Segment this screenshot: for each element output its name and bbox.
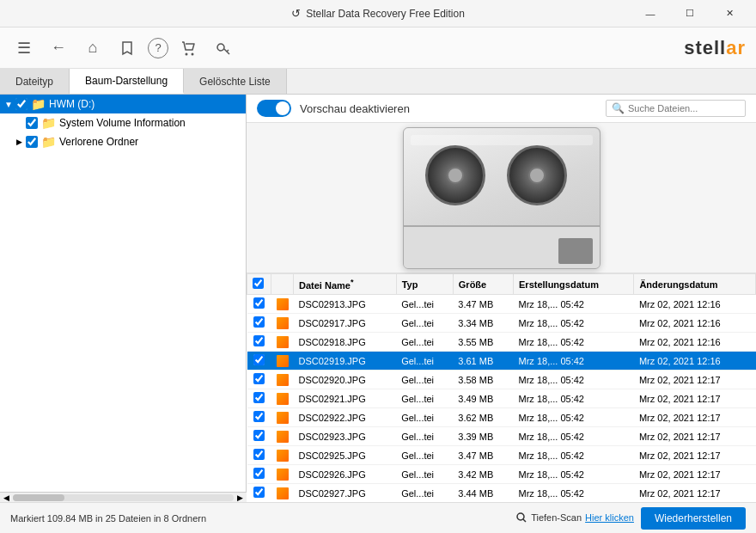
row-filename[interactable]: DSC02923.JPG (294, 427, 397, 446)
row-filename[interactable]: DSC02925.JPG (294, 446, 397, 465)
row-checkbox-cell[interactable] (247, 352, 271, 371)
key-button[interactable] (210, 34, 237, 62)
row-filename[interactable]: DSC02913.JPG (294, 295, 397, 314)
row-checkbox[interactable] (253, 430, 265, 441)
tab-geloschte-liste[interactable]: Gelöschte Liste (184, 69, 287, 94)
row-created: Mrz 18,... 05:42 (514, 427, 634, 446)
row-checkbox[interactable] (253, 392, 265, 403)
row-checkbox-cell[interactable] (247, 314, 271, 333)
gpu-body (404, 225, 600, 268)
back-button[interactable]: ← (45, 34, 72, 62)
th-modified[interactable]: Änderungsdatum (634, 274, 756, 295)
row-checkbox[interactable] (253, 468, 265, 479)
gpu-fan1 (425, 145, 485, 205)
row-created: Mrz 18,... 05:42 (514, 408, 634, 427)
row-checkbox-cell[interactable] (247, 408, 271, 427)
row-modified: Mrz 02, 2021 12:17 (634, 408, 756, 427)
row-checkbox[interactable] (253, 297, 265, 309)
row-modified: Mrz 02, 2021 12:17 (634, 465, 756, 484)
scrollbar-thumb[interactable] (13, 494, 64, 501)
bookmark-button[interactable] (113, 34, 141, 62)
row-checkbox[interactable] (253, 411, 265, 422)
tree-child2-expand[interactable]: ▶ (14, 137, 24, 147)
row-filename[interactable]: DSC02920.JPG (294, 371, 397, 389)
tree-item-verlorene-ordner[interactable]: ▶ 📁 Verlorene Ordner (0, 132, 246, 151)
help-button[interactable]: ? (148, 38, 168, 58)
row-checkbox-cell[interactable] (247, 333, 271, 352)
table-row[interactable]: DSC02923.JPG Gel...tei 3.39 MB Mrz 18,..… (247, 427, 756, 446)
restore-button[interactable]: Wiederherstellen (641, 507, 746, 530)
row-checkbox[interactable] (253, 335, 265, 346)
search-scan-icon (515, 512, 527, 524)
minimize-button[interactable]: — (631, 0, 670, 28)
row-type: Gel...tei (396, 484, 453, 503)
table-row[interactable]: DSC02920.JPG Gel...tei 3.58 MB Mrz 18,..… (247, 371, 756, 389)
row-checkbox-cell[interactable] (247, 427, 271, 446)
titlebar-title-area: ↺ Stellar Data Recovery Free Edition (291, 7, 465, 20)
select-all-checkbox[interactable] (253, 278, 264, 289)
tree-system-volume-checkbox[interactable] (26, 117, 38, 129)
th-type[interactable]: Typ (396, 274, 453, 295)
row-icon-cell (271, 408, 294, 427)
row-checkbox-cell[interactable] (247, 295, 271, 314)
gpu-image (403, 127, 601, 269)
search-input[interactable] (628, 103, 740, 113)
table-row[interactable]: DSC02925.JPG Gel...tei 3.47 MB Mrz 18,..… (247, 446, 756, 465)
row-filename[interactable]: DSC02926.JPG (294, 465, 397, 484)
close-button[interactable]: ✕ (710, 0, 749, 28)
table-row[interactable]: DSC02921.JPG Gel...tei 3.49 MB Mrz 18,..… (247, 389, 756, 408)
maximize-button[interactable]: ☐ (670, 0, 710, 28)
tree-item-system-volume[interactable]: 📁 System Volume Information (0, 113, 246, 132)
titlebar: ↺ Stellar Data Recovery Free Edition — ☐… (0, 0, 756, 28)
th-size[interactable]: Größe (453, 274, 513, 295)
cart-button[interactable] (175, 34, 203, 62)
table-row[interactable]: DSC02926.JPG Gel...tei 3.42 MB Mrz 18,..… (247, 465, 756, 484)
scan-link-text[interactable]: Hier klicken (585, 512, 634, 523)
row-checkbox[interactable] (253, 354, 265, 365)
tree-scrollbar[interactable]: ◀ ▶ (0, 492, 247, 502)
scan-prefix: Tiefen-Scan (531, 512, 582, 523)
row-checkbox-cell[interactable] (247, 465, 271, 484)
row-size: 3.42 MB (453, 465, 513, 484)
preview-label: Vorschau deaktivieren (300, 102, 410, 115)
row-checkbox-cell[interactable] (247, 484, 271, 503)
tree-root-item[interactable]: ▼ 📁 HWM (D:) (0, 95, 246, 113)
row-filename[interactable]: DSC02922.JPG (294, 408, 397, 427)
table-row[interactable]: DSC02919.JPG Gel...tei 3.61 MB Mrz 18,..… (247, 352, 756, 371)
row-checkbox-cell[interactable] (247, 371, 271, 389)
row-checkbox[interactable] (253, 449, 265, 460)
tab-dateityp[interactable]: Dateityp (0, 69, 70, 94)
table-row[interactable]: DSC02913.JPG Gel...tei 3.47 MB Mrz 18,..… (247, 295, 756, 314)
row-filename[interactable]: DSC02921.JPG (294, 389, 397, 408)
table-row[interactable]: DSC02927.JPG Gel...tei 3.44 MB Mrz 18,..… (247, 484, 756, 503)
th-filename[interactable]: Datei Name* (294, 274, 397, 295)
tree-verlorene-checkbox[interactable] (26, 136, 38, 148)
scroll-right-arrow[interactable]: ▶ (237, 493, 243, 502)
tab-baum-darstellung[interactable]: Baum-Darstellung (70, 69, 184, 94)
row-filename[interactable]: DSC02927.JPG (294, 484, 397, 503)
menu-button[interactable]: ☰ (10, 34, 38, 62)
row-checkbox[interactable] (253, 487, 265, 498)
row-filename[interactable]: DSC02919.JPG (294, 352, 397, 371)
row-checkbox-cell[interactable] (247, 446, 271, 465)
preview-toggle[interactable] (257, 100, 291, 117)
row-checkbox[interactable] (253, 316, 265, 328)
row-checkbox-cell[interactable] (247, 389, 271, 408)
tree-expand-icon[interactable]: ▼ (3, 99, 14, 109)
search-box[interactable]: 🔍 (606, 100, 746, 117)
table-row[interactable]: DSC02918.JPG Gel...tei 3.55 MB Mrz 18,..… (247, 333, 756, 352)
row-filename[interactable]: DSC02918.JPG (294, 333, 397, 352)
scroll-left-arrow[interactable]: ◀ (3, 493, 9, 502)
titlebar-title: Stellar Data Recovery Free Edition (306, 8, 465, 20)
th-select-all[interactable] (247, 274, 271, 295)
file-icon (277, 393, 289, 405)
row-type: Gel...tei (396, 427, 453, 446)
row-checkbox[interactable] (253, 373, 265, 384)
row-filename[interactable]: DSC02917.JPG (294, 314, 397, 333)
tree-root-checkbox[interactable] (15, 98, 27, 110)
table-row[interactable]: DSC02922.JPG Gel...tei 3.62 MB Mrz 18,..… (247, 408, 756, 427)
file-table-container[interactable]: Datei Name* Typ Größe Erstellungsdatum Ä… (247, 273, 756, 502)
home-button[interactable]: ⌂ (79, 34, 107, 62)
th-created[interactable]: Erstellungsdatum (514, 274, 634, 295)
table-row[interactable]: DSC02917.JPG Gel...tei 3.34 MB Mrz 18,..… (247, 314, 756, 333)
